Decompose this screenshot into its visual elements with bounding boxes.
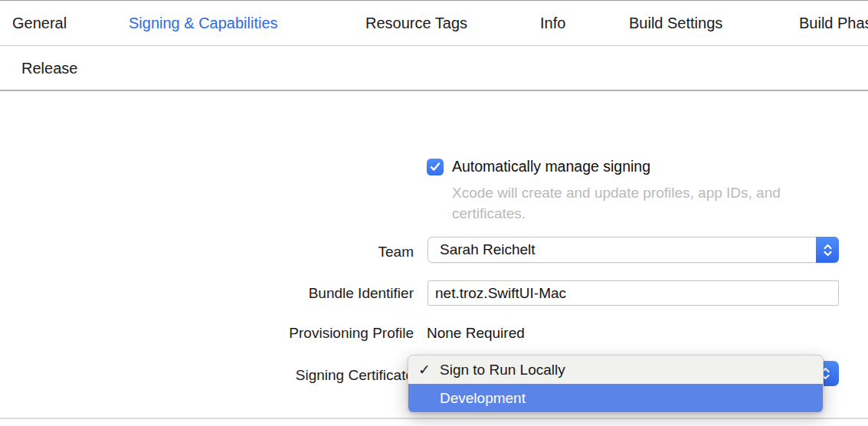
bundle-identifier-value: net.troz.SwiftUI-Mac (435, 281, 566, 305)
provisioning-profile-label: Provisioning Profile (0, 325, 414, 342)
auto-manage-signing-help: Xcode will create and update profiles, a… (452, 183, 781, 224)
tab-build-settings[interactable]: Build Settings (629, 1, 722, 45)
configuration-section-release[interactable]: Release (21, 47, 77, 90)
team-popup-value: Sarah Reichelt (440, 238, 536, 262)
tab-general[interactable]: General (12, 1, 67, 45)
bundle-identifier-field[interactable]: net.troz.SwiftUI-Mac (427, 280, 839, 306)
menu-item-sign-to-run-locally[interactable]: ✓ Sign to Run Locally (408, 356, 823, 384)
section-divider (0, 418, 868, 419)
tab-info[interactable]: Info (540, 1, 565, 45)
bundle-identifier-label: Bundle Identifier (0, 285, 414, 302)
configuration-bar: Release (0, 47, 868, 91)
auto-manage-signing-label: Automatically manage signing (452, 158, 650, 175)
project-editor-tab-bar: General Signing & Capabilities Resource … (0, 0, 868, 46)
menu-item-label: Sign to Run Locally (440, 362, 565, 378)
menu-item-development[interactable]: Development (408, 384, 823, 413)
help-line-1: Xcode will create and update profiles, a… (452, 183, 781, 204)
team-popup-button[interactable]: Sarah Reichelt (427, 237, 839, 263)
help-line-2: certificates. (452, 204, 781, 224)
checkmark-icon (430, 162, 441, 172)
provisioning-profile-value: None Required (427, 325, 525, 342)
signing-certificate-label: Signing Certificate (0, 367, 414, 384)
chevron-up-down-icon (816, 237, 839, 263)
tab-signing-and-capabilities[interactable]: Signing & Capabilities (129, 1, 278, 45)
menu-item-label: Development (440, 390, 526, 407)
checkmark-icon: ✓ (418, 361, 440, 378)
tab-build-phases[interactable]: Build Phases (799, 1, 868, 45)
signing-certificate-menu: ✓ Sign to Run Locally Development (408, 355, 824, 413)
team-label: Team (0, 244, 414, 261)
xcode-project-editor: General Signing & Capabilities Resource … (0, 0, 868, 426)
auto-manage-signing-checkbox[interactable] (427, 159, 444, 175)
tab-resource-tags[interactable]: Resource Tags (365, 1, 467, 45)
